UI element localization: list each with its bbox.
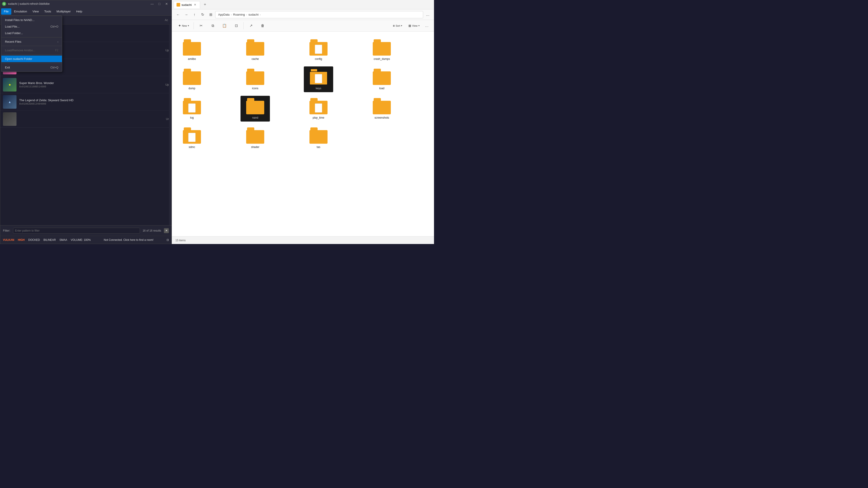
maximize-button[interactable]: □ — [156, 1, 162, 6]
explorer-nav-bar: ← → ↑ ↻ ⊞ AppData › Roaming › sudachi › … — [172, 9, 434, 20]
explorer-title-bar: sudachi ✕ + — [172, 0, 434, 9]
game-item-zelda[interactable]: ▲ The Legend of Zelda: Skyward Sword HD … — [0, 93, 172, 110]
screen-icon[interactable]: ⊡ — [166, 238, 169, 241]
menu-emulation[interactable]: Emulation — [11, 8, 30, 15]
nav-up-button[interactable]: ↑ — [191, 11, 198, 18]
game-item-generic[interactable]: Ur — [0, 110, 172, 128]
game-id-mario: 0x010015100B514000 — [19, 85, 163, 88]
filter-bar: Filter: 16 of 16 results ✕ — [0, 225, 172, 236]
folder-keys[interactable]: keys — [304, 66, 333, 92]
folder-nand[interactable]: nand — [241, 96, 270, 122]
folder-dump[interactable]: dump — [177, 66, 207, 92]
folder-load-icon — [373, 69, 391, 85]
cut-icon: ✂ — [199, 24, 203, 28]
menu-load-folder[interactable]: Load Folder... — [1, 30, 62, 36]
menu-separator-4 — [1, 63, 62, 63]
game-item-mario[interactable]: ★ Super Mario Bros. Wonder 0x010015100B5… — [0, 76, 172, 93]
folder-shader-icon — [246, 127, 264, 144]
window-title: sudachi | sudachi-refresh-0dd4dbe — [8, 2, 147, 5]
toolbar-new-button[interactable]: ✦ New ▾ — [176, 21, 192, 31]
toolbar-overflow-button[interactable]: … — [423, 22, 430, 29]
folder-screenshots-label: screenshots — [375, 116, 389, 119]
nav-more-button[interactable]: … — [424, 11, 431, 18]
folder-nand-icon — [246, 98, 264, 114]
tab-close-button[interactable]: ✕ — [193, 3, 197, 7]
folder-keys-icon — [309, 69, 328, 85]
nav-refresh-button[interactable]: ↻ — [199, 11, 206, 18]
folder-screenshots[interactable]: screenshots — [367, 96, 397, 122]
toolbar-paste-button[interactable]: 📋 — [219, 21, 230, 31]
menu-help[interactable]: Help — [73, 8, 85, 15]
new-tab-button[interactable]: + — [202, 2, 208, 8]
breadcrumb-sudachi[interactable]: sudachi — [248, 13, 258, 16]
folder-log-icon — [183, 98, 201, 114]
folder-config-label: config — [315, 57, 322, 61]
folder-load-label: load — [379, 87, 384, 90]
toolbar-copypath-button[interactable]: ⊡ — [231, 21, 242, 31]
menu-load-amiibo: Load/Remove Amiibo... F2 — [1, 47, 62, 54]
toolbar-view-button[interactable]: ⊞ View ▾ — [406, 21, 422, 31]
explorer-content: amiibo cache config — [172, 32, 434, 236]
menu-separator-2 — [1, 46, 62, 46]
folder-cache[interactable]: cache — [241, 37, 270, 63]
explorer-tab-sudachi[interactable]: sudachi ✕ — [174, 1, 200, 8]
folder-crash-dumps[interactable]: crash_dumps — [367, 37, 397, 63]
filter-input[interactable] — [13, 228, 140, 234]
folder-shader-label: shader — [251, 145, 259, 149]
folder-log-label: log — [190, 116, 194, 119]
folder-tas[interactable]: tas — [304, 125, 333, 151]
menu-file[interactable]: File — [1, 8, 11, 15]
copy-icon: ⧉ — [212, 24, 214, 28]
status-dock: DOCKED — [28, 238, 40, 241]
toolbar-separator-1 — [193, 22, 194, 29]
scrollbar[interactable] — [169, 25, 172, 225]
menu-recent-files[interactable]: Recent Files › — [1, 38, 62, 45]
nav-forward-button[interactable]: → — [183, 11, 190, 18]
nav-recent-button[interactable]: ⊞ — [207, 11, 214, 18]
folder-play-time[interactable]: play_time — [304, 96, 333, 122]
folder-config[interactable]: config — [304, 37, 333, 63]
toolbar-new-label: New — [182, 24, 187, 27]
folder-sdmc[interactable]: sdmc — [177, 125, 207, 151]
toolbar-share-button[interactable]: ↗ — [246, 21, 256, 31]
game-name-zelda: The Legend of Zelda: Skyward Sword HD — [19, 98, 169, 102]
sudachi-window: S sudachi | sudachi-refresh-0dd4dbe — □ … — [0, 0, 172, 244]
folder-load[interactable]: load — [367, 66, 397, 92]
folder-icons[interactable]: icons — [241, 66, 270, 92]
paste-icon: 📋 — [222, 24, 227, 28]
filter-clear-button[interactable]: ✕ — [164, 228, 169, 233]
menu-multiplayer[interactable]: Multiplayer — [54, 8, 73, 15]
close-button[interactable]: ✕ — [163, 1, 170, 6]
view-arrow-icon: ▾ — [418, 24, 420, 27]
breadcrumb-appdata[interactable]: AppData — [218, 13, 230, 16]
toolbar-copy-button[interactable]: ⧉ — [207, 21, 218, 31]
status-connection[interactable]: Not Connected. Click here to find a room… — [94, 238, 163, 241]
menu-view[interactable]: View — [30, 8, 41, 15]
menu-tools[interactable]: Tools — [41, 8, 54, 15]
folder-log[interactable]: log — [177, 96, 207, 122]
toolbar-cut-button[interactable]: ✂ — [195, 21, 206, 31]
game-name-mario: Super Mario Bros. Wonder — [19, 81, 163, 85]
folder-sdmc-label: sdmc — [189, 145, 195, 149]
menu-install-nand[interactable]: Install Files to NAND... — [1, 17, 62, 23]
folder-crash-dumps-icon — [373, 39, 391, 56]
menu-load-file[interactable]: Load File... Ctrl+O — [1, 23, 62, 30]
nav-back-button[interactable]: ← — [175, 11, 182, 18]
toolbar-sort-button[interactable]: ≡ Sort ▾ — [390, 21, 405, 31]
game-status-pikmin: Up — [165, 49, 169, 52]
menu-exit[interactable]: Exit Ctrl+Q — [1, 64, 62, 71]
toolbar-delete-button[interactable]: 🗑 — [257, 21, 268, 31]
folder-play-time-label: play_time — [313, 116, 324, 119]
folder-shader[interactable]: shader — [241, 125, 270, 151]
folder-tas-label: tas — [317, 145, 320, 149]
minimize-button[interactable]: — — [149, 1, 155, 6]
breadcrumb-sep-2: › — [246, 13, 247, 16]
delete-icon: 🗑 — [261, 24, 265, 28]
menu-open-folder[interactable]: Open sudachi Folder — [1, 56, 62, 62]
status-renderer: VULKAN — [3, 238, 14, 241]
folder-amiibo[interactable]: amiibo — [177, 37, 207, 63]
filter-count: 16 of 16 results — [143, 229, 161, 232]
folder-amiibo-icon — [183, 39, 201, 56]
breadcrumb-roaming[interactable]: Roaming — [233, 13, 245, 16]
sort-arrow-icon: ▾ — [401, 24, 402, 27]
